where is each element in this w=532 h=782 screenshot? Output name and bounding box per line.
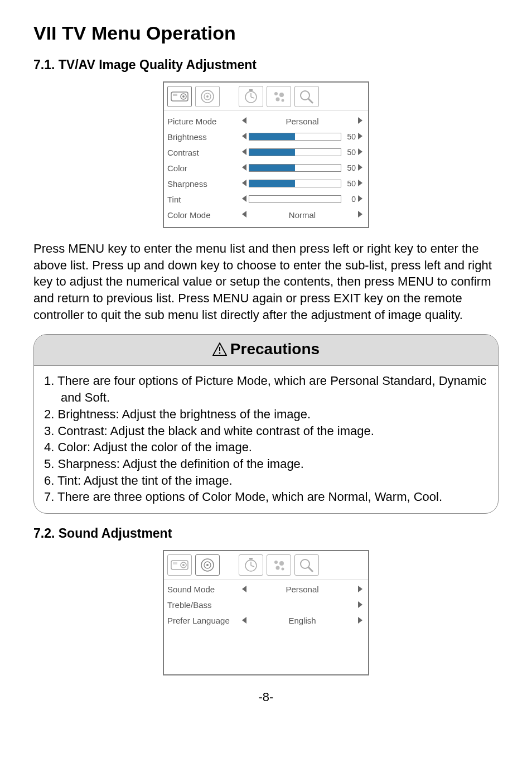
svg-point-33 <box>276 566 280 569</box>
image-quality-menu: Picture Mode Personal Brightness 50 Cont… <box>163 81 369 228</box>
svg-point-12 <box>279 93 284 97</box>
menu-item-color[interactable]: Color 50 <box>167 160 365 176</box>
menu-label: Tint <box>167 195 240 204</box>
svg-point-11 <box>274 92 278 95</box>
option-tab-icon[interactable] <box>267 554 291 576</box>
menu-item-treble-bass[interactable]: Treble/Bass <box>167 597 365 613</box>
slider-bar <box>249 180 341 187</box>
right-arrow-icon[interactable] <box>356 148 365 157</box>
left-arrow-icon[interactable] <box>240 210 249 219</box>
svg-rect-23 <box>173 562 177 564</box>
precaution-item: 7. There are three options of Color Mode… <box>44 489 488 505</box>
sound-tab-icon[interactable] <box>195 86 220 107</box>
slider-bar <box>249 148 341 156</box>
menu-label: Sharpness <box>167 179 240 189</box>
svg-rect-10 <box>249 89 253 91</box>
svg-point-31 <box>274 561 278 564</box>
slider-value: 50 <box>344 148 356 157</box>
menu-label: Treble/Bass <box>167 600 240 610</box>
page-title: VII TV Menu Operation <box>33 22 499 44</box>
svg-line-9 <box>251 97 254 98</box>
menu-item-tint[interactable]: Tint 0 <box>167 191 365 207</box>
slider-value: 50 <box>344 179 356 188</box>
menu-item-brightness[interactable]: Brightness 50 <box>167 129 365 144</box>
warning-icon <box>212 342 227 360</box>
slider-value: 50 <box>344 132 356 141</box>
menu-item-picture-mode[interactable]: Picture Mode Personal <box>167 113 365 129</box>
svg-point-35 <box>301 559 309 568</box>
option-tab-icon[interactable] <box>267 86 291 107</box>
left-arrow-icon[interactable] <box>240 195 249 204</box>
left-arrow-icon[interactable] <box>240 164 249 172</box>
right-arrow-icon[interactable] <box>356 601 365 610</box>
menu-label: Picture Mode <box>167 117 240 126</box>
precaution-item: 4. Color: Adjust the color of the image. <box>44 439 488 456</box>
precaution-item: 6. Tint: Adjust the tint of the image. <box>44 472 488 489</box>
left-arrow-icon[interactable] <box>240 585 249 594</box>
picture-tab-icon[interactable] <box>167 554 192 576</box>
menu-label: Color Mode <box>167 210 240 220</box>
image-menu-body: Picture Mode Personal Brightness 50 Cont… <box>164 111 368 227</box>
precaution-item: 1. There are four options of Picture Mod… <box>44 373 488 406</box>
svg-line-29 <box>251 566 254 567</box>
menu-tab-row <box>164 551 368 580</box>
svg-point-2 <box>182 95 185 98</box>
svg-rect-0 <box>171 92 188 101</box>
svg-point-26 <box>206 564 209 566</box>
slider-bar <box>249 164 341 172</box>
left-arrow-icon[interactable] <box>240 616 249 625</box>
right-arrow-icon[interactable] <box>356 117 365 125</box>
menu-label: Color <box>167 163 240 173</box>
svg-rect-3 <box>173 94 177 96</box>
menu-value: Personal <box>249 117 356 126</box>
section-2-title: 7.2. Sound Adjustment <box>33 526 499 541</box>
page-number: -8- <box>33 690 499 704</box>
slider-value: 0 <box>344 195 356 204</box>
left-arrow-icon[interactable] <box>240 180 249 188</box>
sound-menu-body: Sound Mode Personal Treble/Bass Prefer L… <box>164 580 368 674</box>
menu-value: English <box>249 616 356 625</box>
slider-bar <box>249 133 341 141</box>
menu-tab-row <box>164 83 368 111</box>
menu-label: Brightness <box>167 132 240 142</box>
right-arrow-icon[interactable] <box>356 210 365 219</box>
svg-point-13 <box>276 98 280 102</box>
menu-item-sharpness[interactable]: Sharpness 50 <box>167 176 365 191</box>
slider-bar <box>249 195 341 203</box>
menu-item-contrast[interactable]: Contrast 50 <box>167 144 365 160</box>
precautions-header: Precautions <box>34 335 498 366</box>
svg-line-16 <box>308 99 313 103</box>
svg-point-34 <box>282 567 284 570</box>
right-arrow-icon[interactable] <box>356 195 365 204</box>
description-paragraph: Press MENU key to enter the menu list an… <box>33 240 499 323</box>
right-arrow-icon[interactable] <box>356 585 365 594</box>
svg-point-32 <box>279 561 284 566</box>
svg-point-19 <box>219 353 220 354</box>
left-arrow-icon[interactable] <box>240 133 249 141</box>
sound-tab-icon[interactable] <box>195 554 220 576</box>
left-arrow-icon[interactable] <box>240 117 249 125</box>
timer-tab-icon[interactable] <box>239 86 263 107</box>
picture-tab-icon[interactable] <box>167 86 192 107</box>
timer-tab-icon[interactable] <box>239 554 263 576</box>
right-arrow-icon[interactable] <box>356 616 365 625</box>
precaution-item: 5. Sharpness: Adjust the definition of t… <box>44 456 488 472</box>
menu-label: Prefer Language <box>167 616 240 625</box>
left-arrow-icon[interactable] <box>240 148 249 157</box>
menu-item-sound-mode[interactable]: Sound Mode Personal <box>167 582 365 597</box>
sound-menu: Sound Mode Personal Treble/Bass Prefer L… <box>163 550 369 675</box>
precautions-title: Precautions <box>230 340 320 358</box>
menu-value: Personal <box>249 585 356 594</box>
svg-rect-30 <box>249 558 253 559</box>
menu-item-color-mode[interactable]: Color Mode Normal <box>167 207 365 223</box>
right-arrow-icon[interactable] <box>356 180 365 188</box>
search-tab-icon[interactable] <box>294 554 319 576</box>
menu-item-prefer-language[interactable]: Prefer Language English <box>167 613 365 629</box>
right-arrow-icon[interactable] <box>356 133 365 141</box>
precautions-box: Precautions 1. There are four options of… <box>33 334 499 514</box>
right-arrow-icon[interactable] <box>356 164 365 172</box>
svg-point-15 <box>301 91 309 100</box>
section-1-title: 7.1. TV/AV Image Quality Adjustment <box>33 57 499 73</box>
search-tab-icon[interactable] <box>294 86 319 107</box>
precaution-item: 2. Brightness: Adjust the brightness of … <box>44 406 488 423</box>
